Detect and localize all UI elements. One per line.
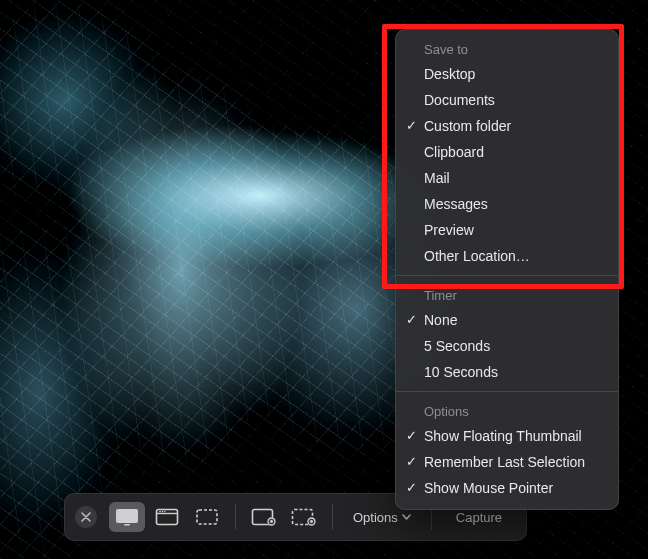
menu-item-timer-none[interactable]: ✓None bbox=[396, 307, 618, 333]
capture-window-button[interactable] bbox=[149, 502, 185, 532]
svg-rect-7 bbox=[197, 510, 217, 524]
menu-item-show-pointer[interactable]: ✓Show Mouse Pointer bbox=[396, 475, 618, 501]
checkmark-icon: ✓ bbox=[406, 310, 417, 330]
screen-icon bbox=[115, 508, 139, 526]
capture-entire-screen-button[interactable] bbox=[109, 502, 145, 532]
menu-divider bbox=[396, 391, 618, 392]
menu-header-save-to: Save to bbox=[396, 36, 618, 61]
chevron-down-icon bbox=[402, 514, 411, 520]
checkmark-icon: ✓ bbox=[406, 452, 417, 472]
close-button[interactable] bbox=[75, 506, 97, 528]
menu-item-remember-selection[interactable]: ✓Remember Last Selection bbox=[396, 449, 618, 475]
selection-icon bbox=[195, 508, 219, 526]
menu-item-preview[interactable]: Preview bbox=[396, 217, 618, 243]
checkmark-icon: ✓ bbox=[406, 116, 417, 136]
svg-point-15 bbox=[310, 520, 313, 523]
menu-divider bbox=[396, 275, 618, 276]
record-selection-icon bbox=[291, 508, 317, 526]
menu-item-messages[interactable]: Messages bbox=[396, 191, 618, 217]
capture-button-label: Capture bbox=[456, 510, 502, 525]
menu-item-timer-10s[interactable]: 10 Seconds bbox=[396, 359, 618, 385]
menu-item-clipboard[interactable]: Clipboard bbox=[396, 139, 618, 165]
record-entire-screen-button[interactable] bbox=[246, 502, 282, 532]
toolbar-separator bbox=[235, 504, 236, 530]
menu-item-documents[interactable]: Documents bbox=[396, 87, 618, 113]
menu-item-custom-folder[interactable]: ✓Custom folder bbox=[396, 113, 618, 139]
options-button-label: Options bbox=[353, 510, 398, 525]
menu-header-options: Options bbox=[396, 398, 618, 423]
toolbar-separator bbox=[332, 504, 333, 530]
menu-item-desktop[interactable]: Desktop bbox=[396, 61, 618, 87]
svg-point-11 bbox=[270, 520, 273, 523]
svg-rect-1 bbox=[124, 524, 130, 526]
capture-selection-button[interactable] bbox=[189, 502, 225, 532]
menu-item-mail[interactable]: Mail bbox=[396, 165, 618, 191]
svg-point-6 bbox=[164, 511, 166, 513]
menu-item-floating-thumbnail[interactable]: ✓Show Floating Thumbnail bbox=[396, 423, 618, 449]
menu-item-timer-5s[interactable]: 5 Seconds bbox=[396, 333, 618, 359]
options-menu: Save to Desktop Documents ✓Custom folder… bbox=[395, 29, 619, 510]
checkmark-icon: ✓ bbox=[406, 478, 417, 498]
close-icon bbox=[81, 512, 91, 522]
svg-point-5 bbox=[162, 511, 164, 513]
svg-rect-0 bbox=[116, 509, 138, 523]
svg-point-4 bbox=[159, 511, 161, 513]
menu-item-other-location[interactable]: Other Location… bbox=[396, 243, 618, 269]
record-selection-button[interactable] bbox=[286, 502, 322, 532]
checkmark-icon: ✓ bbox=[406, 426, 417, 446]
menu-header-timer: Timer bbox=[396, 282, 618, 307]
record-screen-icon bbox=[251, 508, 277, 526]
window-icon bbox=[155, 508, 179, 526]
